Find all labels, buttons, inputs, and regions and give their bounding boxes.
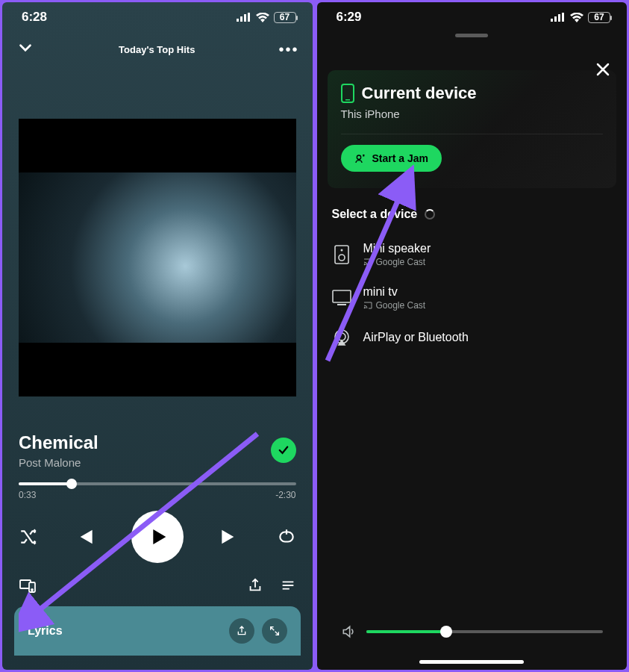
player-header: Today's Top Hits ••• bbox=[2, 28, 313, 66]
lyrics-expand-icon[interactable] bbox=[262, 618, 287, 644]
svg-rect-0 bbox=[237, 19, 239, 22]
status-time: 6:29 bbox=[337, 10, 362, 25]
svg-rect-9 bbox=[551, 19, 553, 22]
device-name: mini tv bbox=[363, 285, 426, 299]
start-jam-button[interactable]: Start a Jam bbox=[341, 145, 442, 172]
chevron-down-icon[interactable] bbox=[16, 38, 35, 60]
track-title: Chemical bbox=[19, 432, 98, 453]
lyrics-label: Lyrics bbox=[28, 624, 63, 638]
queue-icon[interactable] bbox=[280, 577, 296, 594]
album-art bbox=[2, 119, 313, 396]
tv-icon bbox=[332, 290, 351, 306]
loading-spinner-icon bbox=[425, 209, 435, 220]
home-indicator[interactable] bbox=[419, 660, 524, 664]
current-device-name: This iPhone bbox=[341, 108, 604, 134]
devices-icon[interactable] bbox=[19, 576, 37, 594]
track-artist[interactable]: Post Malone bbox=[19, 456, 98, 469]
svg-rect-10 bbox=[554, 16, 557, 22]
device-row-speaker[interactable]: Mini speaker Google Cast bbox=[328, 233, 617, 276]
wifi-icon bbox=[570, 13, 583, 22]
device-row-tv[interactable]: mini tv Google Cast bbox=[328, 276, 617, 320]
airplay-icon bbox=[332, 329, 351, 346]
playlist-title: Today's Top Hits bbox=[119, 44, 195, 55]
playback-controls bbox=[2, 508, 313, 566]
current-device-card: Current device This iPhone Start a Jam bbox=[328, 70, 617, 188]
wifi-icon bbox=[256, 13, 269, 22]
svg-rect-11 bbox=[558, 14, 560, 22]
svg-rect-14 bbox=[345, 99, 350, 101]
remaining-time: -2:30 bbox=[275, 490, 295, 500]
player-footer bbox=[2, 569, 313, 602]
status-icons: 67 bbox=[551, 12, 610, 23]
lyrics-share-icon[interactable] bbox=[229, 618, 254, 644]
device-row-airplay[interactable]: AirPlay or Bluetooth bbox=[328, 320, 617, 355]
battery-icon: 67 bbox=[274, 12, 296, 23]
cellular-icon bbox=[551, 13, 566, 22]
svg-rect-21 bbox=[337, 304, 346, 305]
volume-slider[interactable] bbox=[328, 624, 617, 639]
lyrics-card[interactable]: Lyrics bbox=[14, 606, 301, 656]
svg-point-24 bbox=[338, 333, 345, 340]
device-meta: Google Cast bbox=[363, 257, 431, 267]
svg-rect-3 bbox=[248, 13, 250, 22]
svg-point-15 bbox=[357, 155, 360, 159]
connect-sheet-screen: 6:29 67 Current device This iPhone Start… bbox=[317, 2, 628, 670]
play-button[interactable] bbox=[131, 511, 184, 563]
device-name: AirPlay or Bluetooth bbox=[363, 331, 469, 344]
cellular-icon bbox=[237, 13, 251, 22]
saved-check-icon[interactable] bbox=[271, 438, 296, 463]
svg-rect-1 bbox=[240, 16, 242, 22]
now-playing-screen: 6:28 67 Today's Top Hits ••• Chemical Po… bbox=[2, 2, 313, 670]
share-icon[interactable] bbox=[247, 577, 263, 594]
jam-label: Start a Jam bbox=[372, 152, 428, 164]
svg-point-18 bbox=[339, 255, 345, 261]
svg-point-17 bbox=[340, 249, 342, 252]
volume-icon bbox=[341, 624, 356, 639]
device-name: Mini speaker bbox=[363, 242, 431, 255]
jam-icon bbox=[354, 152, 366, 164]
track-meta: Chemical Post Malone bbox=[2, 432, 313, 469]
svg-rect-20 bbox=[333, 290, 351, 302]
svg-rect-12 bbox=[562, 13, 564, 22]
close-icon[interactable] bbox=[594, 60, 612, 81]
elapsed-time: 0:33 bbox=[19, 490, 36, 500]
phone-icon bbox=[341, 84, 354, 103]
svg-rect-2 bbox=[244, 14, 246, 22]
svg-point-19 bbox=[363, 264, 365, 266]
svg-point-22 bbox=[363, 308, 365, 309]
repeat-icon[interactable] bbox=[277, 527, 296, 547]
speaker-icon bbox=[332, 245, 351, 264]
device-meta: Google Cast bbox=[363, 300, 426, 311]
status-icons: 67 bbox=[237, 12, 296, 23]
current-device-heading: Current device bbox=[362, 84, 477, 103]
shuffle-icon[interactable] bbox=[19, 527, 38, 547]
cast-icon bbox=[363, 258, 372, 266]
status-bar: 6:29 67 bbox=[317, 2, 628, 28]
progress-slider[interactable]: 0:33 -2:30 bbox=[2, 482, 313, 500]
battery-icon: 67 bbox=[588, 12, 610, 23]
previous-track-icon[interactable] bbox=[72, 525, 96, 549]
select-device-label: Select a device bbox=[332, 208, 613, 221]
status-bar: 6:28 67 bbox=[2, 2, 313, 28]
more-icon[interactable]: ••• bbox=[278, 41, 298, 58]
status-time: 6:28 bbox=[22, 10, 47, 25]
next-track-icon[interactable] bbox=[218, 525, 242, 549]
cast-icon bbox=[363, 302, 372, 309]
svg-point-7 bbox=[31, 589, 33, 591]
